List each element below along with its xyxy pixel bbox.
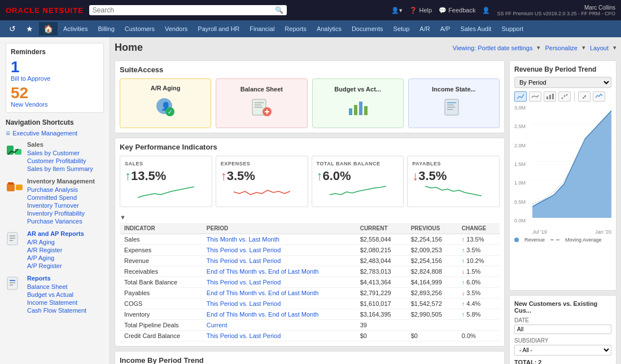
viewing-portlet-link[interactable]: Viewing: Portlet date settings <box>453 45 533 51</box>
layout-link[interactable]: Layout <box>590 45 609 51</box>
suite-card-income[interactable]: Income State... <box>408 78 500 128</box>
subsidiary-select[interactable]: - All - <box>514 345 611 356</box>
search-container[interactable]: 🔍 <box>89 5 287 15</box>
link-customer-profitability[interactable]: Customer Profitability <box>27 157 93 164</box>
cell-period[interactable]: This Period vs. Last Period <box>202 277 356 288</box>
kpi-bank-label: TOTAL BANK BALANCE <box>317 161 399 166</box>
home-icon[interactable]: 🏠 <box>39 22 58 36</box>
link-sales-by-item[interactable]: Sales by Item Summary <box>27 165 93 172</box>
link-ar-register[interactable]: A/R Register <box>27 247 84 253</box>
reminder-label-2[interactable]: New Vendors <box>11 101 99 108</box>
budget-label: Budget vs Act... <box>334 86 381 93</box>
filter-icon[interactable]: ▼ <box>120 214 126 221</box>
table-row: Inventory End of This Month vs. End of L… <box>120 309 500 320</box>
cell-change: ↑ 4.4% <box>457 299 500 309</box>
chart-wave-icon[interactable] <box>529 91 541 102</box>
svg-point-37 <box>564 95 566 97</box>
suite-card-bs[interactable]: Balance Sheet <box>216 78 307 128</box>
svg-rect-26 <box>359 102 362 115</box>
income-label: Income State... <box>432 86 476 93</box>
inventory-row: Inventory Management Purchase Analysis C… <box>6 178 104 226</box>
cell-period[interactable]: This Period vs. Last Period <box>202 256 356 266</box>
page-controls: Viewing: Portlet date settings ▾ Persona… <box>453 44 616 51</box>
cell-period[interactable]: This Period vs. Last Period <box>202 245 356 256</box>
chart-bar-icon[interactable] <box>544 91 556 102</box>
cell-current: $2,483,044 <box>356 256 406 266</box>
chart-scatter-icon[interactable] <box>558 91 571 102</box>
top-icons: 👤▾ ❓ Help 💬 Feedback 👤 Marc Collins SS F… <box>391 5 615 16</box>
user-icon[interactable]: 👤 <box>482 7 490 14</box>
reminder-label-1[interactable]: Bill to Approve <box>11 75 99 82</box>
link-committed-spend[interactable]: Committed Spend <box>27 194 95 201</box>
revenue-period-select[interactable]: By Period <box>514 77 611 88</box>
reminders-title: Reminders <box>11 48 99 56</box>
chart-squiggle-icon[interactable] <box>593 91 605 102</box>
cell-period[interactable]: Current <box>202 320 356 331</box>
nav-financial[interactable]: Financial <box>245 23 279 34</box>
personalize-link[interactable]: Personalize <box>545 45 577 51</box>
suite-card-ar[interactable]: A/R Aging 👤✓ <box>120 78 211 128</box>
link-cash-flow[interactable]: Cash Flow Statement <box>27 307 86 314</box>
svg-rect-24 <box>349 108 352 115</box>
exec-management-link[interactable]: ≡ Executive Management <box>6 129 104 138</box>
nav-reports[interactable]: Reports <box>280 23 311 34</box>
cell-change: 0.0% <box>457 331 500 341</box>
nav-documents[interactable]: Documents <box>347 23 388 34</box>
y-3m: 3.0M <box>514 105 532 111</box>
link-balance-sheet[interactable]: Balance Sheet <box>27 283 86 290</box>
cell-change: ↓ 3.5% <box>457 288 500 299</box>
date-input[interactable] <box>514 324 611 334</box>
x-axis-labels: Jul '19 Jan '20 <box>532 229 611 235</box>
nav-ap[interactable]: A/P <box>436 23 455 34</box>
cell-period[interactable]: End of This Month vs. End of Last Month <box>202 288 356 299</box>
nav-analytics[interactable]: Analytics <box>312 23 346 34</box>
link-ap-aging[interactable]: A/P Aging <box>27 255 84 261</box>
cell-period[interactable]: This Period vs. Last Period <box>202 331 356 341</box>
cell-period[interactable]: End of This Month vs. End of Last Month <box>202 266 356 277</box>
home-refresh-icon[interactable]: ↺ <box>5 24 20 33</box>
revenue-chart-area: 3.0M 2.5M 2.0M 1.5M 1.0M 0.5M 0.0M <box>514 105 611 235</box>
link-purchase-analysis[interactable]: Purchase Analysis <box>27 186 95 193</box>
nav-billing[interactable]: Billing <box>93 23 119 34</box>
chart-line-icon[interactable] <box>514 91 527 102</box>
chart-expand-icon[interactable]: ⤢ <box>578 91 591 102</box>
suite-card-budget[interactable]: Budget vs Act... <box>312 78 404 128</box>
link-inventory-turnover[interactable]: Inventory Turnover <box>27 202 95 209</box>
help-icon[interactable]: ❓ Help <box>409 7 432 14</box>
link-ap-register[interactable]: A/P Register <box>27 262 84 269</box>
svg-rect-35 <box>552 94 554 99</box>
cell-period[interactable]: End of This Month vs. End of Last Month <box>202 309 356 320</box>
cell-indicator: Credit Card Balance <box>120 331 202 341</box>
nav-vendors[interactable]: Vendors <box>160 23 192 34</box>
cell-current: $1,610,017 <box>356 299 406 309</box>
link-sales-by-customer[interactable]: Sales by Customer <box>27 150 93 156</box>
link-ar-aging[interactable]: A/R Aging <box>27 239 84 245</box>
inventory-links: Inventory Management Purchase Analysis C… <box>27 178 95 226</box>
nav-customers[interactable]: Customers <box>120 23 159 34</box>
nav-support[interactable]: Support <box>497 23 528 34</box>
person-icon[interactable]: 👤▾ <box>391 7 403 14</box>
cell-period[interactable]: This Month vs. Last Month <box>202 234 356 245</box>
cell-period[interactable]: This Period vs. Last Period <box>202 299 356 309</box>
link-inventory-profitability[interactable]: Inventory Profitability <box>27 210 95 217</box>
nav-setup[interactable]: Setup <box>389 23 414 34</box>
th-previous: PREVIOUS <box>406 223 457 234</box>
link-purchase-variances[interactable]: Purchase Variances <box>27 218 95 225</box>
nav-payroll[interactable]: Payroll and HR <box>193 23 244 34</box>
nav-sales-audit[interactable]: Sales Audit <box>456 23 496 34</box>
sidebar-group-sales: Sales Sales by Customer Customer Profita… <box>6 141 104 173</box>
link-budget-vs-actual[interactable]: Budget vs Actual <box>27 291 86 298</box>
cell-previous: $2,254,156 <box>406 234 457 245</box>
cell-indicator: Revenue <box>120 256 202 266</box>
favorites-icon[interactable]: ★ <box>21 24 38 33</box>
cell-previous: $2,254,156 <box>406 256 457 266</box>
svg-text:✓: ✓ <box>168 109 172 115</box>
cell-current: $2,791,229 <box>356 288 406 299</box>
search-input[interactable] <box>93 6 275 14</box>
nav-activities[interactable]: Activities <box>59 23 92 34</box>
search-icon[interactable]: 🔍 <box>275 6 283 14</box>
kpi-payables-value: ↓3.5% <box>412 169 495 183</box>
link-income-statement[interactable]: Income Statement <box>27 299 86 306</box>
feedback-icon[interactable]: 💬 Feedback <box>439 7 475 14</box>
nav-ar[interactable]: A/R <box>415 23 434 34</box>
